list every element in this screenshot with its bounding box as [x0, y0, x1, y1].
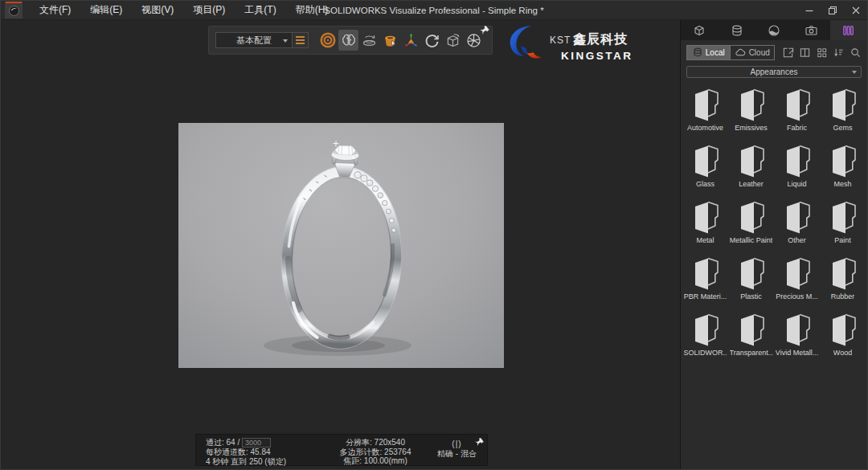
folder-label: Emissives [735, 124, 768, 132]
library-folder-grid: Automotive Emissives [681, 80, 867, 357]
library-folder[interactable]: Vivid Metall... [774, 313, 820, 357]
library-folder[interactable]: Liquid [774, 145, 820, 188]
passes-separator: / [237, 438, 240, 447]
library-folder[interactable]: PBR Materi... [682, 257, 728, 300]
denoiser-brain-icon[interactable] [338, 30, 358, 51]
cloud-icon [735, 48, 746, 57]
paint-bucket-icon[interactable] [380, 30, 400, 51]
library-folder[interactable]: Precious M... [774, 257, 820, 300]
library-category-value: Appearances [751, 67, 798, 76]
library-folder[interactable]: Metal [682, 201, 728, 244]
window-title: SOLIDWORKS Visualize Professional - Simp… [324, 6, 543, 15]
library-controls: Local Cloud [681, 40, 867, 63]
library-folder[interactable]: Glass [682, 145, 728, 188]
menu-item[interactable]: 项目(P) [183, 1, 235, 19]
library-folder[interactable]: Fabric [774, 88, 820, 132]
folder-label: Plastic [740, 292, 762, 300]
folder-icon [691, 201, 720, 235]
folder-icon [737, 313, 766, 347]
folder-icon [829, 201, 858, 235]
folder-label: Wood [833, 349, 852, 357]
library-folder[interactable]: Transparent... [728, 313, 774, 357]
palette-tabs [681, 20, 867, 40]
tab-library[interactable] [830, 20, 867, 40]
folder-label: Precious M... [776, 292, 818, 300]
render-viewport[interactable]: 基本配置 [1, 20, 680, 470]
configuration-menu-button[interactable] [293, 32, 309, 48]
app-icon-accent [6, 2, 22, 3]
folder-icon [829, 313, 858, 347]
pass-limit-input[interactable] [242, 438, 271, 448]
thumbnail-size-icon[interactable] [816, 46, 829, 59]
library-folder[interactable]: Leather [728, 145, 774, 188]
pin-icon[interactable] [474, 437, 485, 448]
folder-label: Leather [739, 180, 764, 188]
rotate-icon[interactable] [422, 30, 442, 51]
move-gizmo-icon[interactable] [401, 30, 421, 51]
tab-environments[interactable] [755, 20, 792, 40]
configuration-dropdown[interactable]: 基本配置 [215, 32, 293, 48]
library-folder[interactable]: Wood [820, 313, 866, 357]
library-folder[interactable]: Plastic [728, 257, 774, 300]
cloud-toggle-button[interactable]: Cloud [730, 46, 773, 59]
folder-icon [829, 88, 858, 122]
library-folder[interactable]: Mesh [820, 145, 866, 188]
folder-icon [783, 88, 812, 122]
library-folder[interactable]: Other [774, 201, 820, 244]
logo-kst-text: KST [550, 35, 571, 46]
import-folder-icon[interactable] [782, 46, 795, 59]
passes-per-second-label: 每秒通道数: [206, 448, 248, 456]
snapshot-cube-icon[interactable] [443, 30, 463, 51]
local-storage-icon [693, 47, 702, 57]
app-icon[interactable] [5, 2, 23, 18]
polygon-count-label: 多边形计数: [340, 448, 383, 456]
menubar: 文件(F)编辑(E)视图(V)项目(P)工具(T)帮助(H) [30, 1, 338, 19]
library-category-dropdown[interactable]: Appearances [686, 66, 862, 78]
polygon-count-value: 253764 [384, 448, 411, 456]
source-toggle: Local Cloud [686, 45, 775, 60]
pin-icon[interactable] [479, 25, 490, 36]
split-view-icon[interactable] [799, 46, 812, 59]
brand-logo-icon [505, 24, 548, 64]
cloud-toggle-label: Cloud [749, 48, 770, 57]
close-button[interactable] [844, 1, 867, 19]
menu-item[interactable]: 视图(V) [132, 1, 183, 19]
folder-label: SOLIDWOR... [684, 349, 727, 357]
time-remaining: 4 秒钟 直到 250 (锁定) [206, 457, 309, 467]
library-folder[interactable]: Gems [820, 88, 866, 132]
local-toggle-button[interactable]: Local [687, 46, 730, 59]
folder-icon [829, 145, 858, 178]
tab-models[interactable] [681, 20, 718, 40]
library-folder[interactable]: Emissives [728, 88, 774, 132]
folder-label: Liquid [787, 180, 806, 188]
library-folder[interactable]: Paint [820, 201, 866, 244]
folder-label: Paint [834, 236, 851, 244]
folder-icon [783, 257, 812, 291]
library-folder[interactable]: SOLIDWOR... [682, 313, 728, 357]
menu-item[interactable]: 编辑(E) [80, 1, 132, 19]
search-icon[interactable] [849, 46, 862, 59]
menu-item[interactable]: 工具(T) [235, 1, 285, 19]
focal-length-value: 100.00(mm) [364, 456, 407, 465]
menu-item[interactable]: 文件(F) [30, 1, 80, 19]
passes-per-second-value: 45.84 [251, 448, 271, 456]
render-canvas[interactable] [178, 123, 504, 368]
library-folder[interactable]: Metallic Paint [728, 201, 774, 244]
tab-cameras[interactable] [792, 20, 829, 40]
window-controls [797, 1, 867, 19]
resolution-label: 分辨率: [346, 438, 372, 447]
minimize-button[interactable] [797, 1, 821, 19]
render-target-icon[interactable] [317, 30, 338, 51]
turntable-icon[interactable] [359, 30, 379, 51]
library-icon [841, 24, 855, 37]
ring-model[interactable] [178, 123, 504, 368]
sort-icon[interactable] [832, 46, 845, 59]
right-panel: Local Cloud [680, 20, 867, 470]
folder-icon [737, 145, 766, 178]
folder-label: Fabric [787, 124, 807, 132]
folder-icon [691, 313, 720, 347]
tab-appearances[interactable] [718, 20, 755, 40]
library-folder[interactable]: Rubber [820, 257, 866, 300]
restore-button[interactable] [821, 1, 844, 19]
library-folder[interactable]: Automotive [682, 88, 728, 132]
